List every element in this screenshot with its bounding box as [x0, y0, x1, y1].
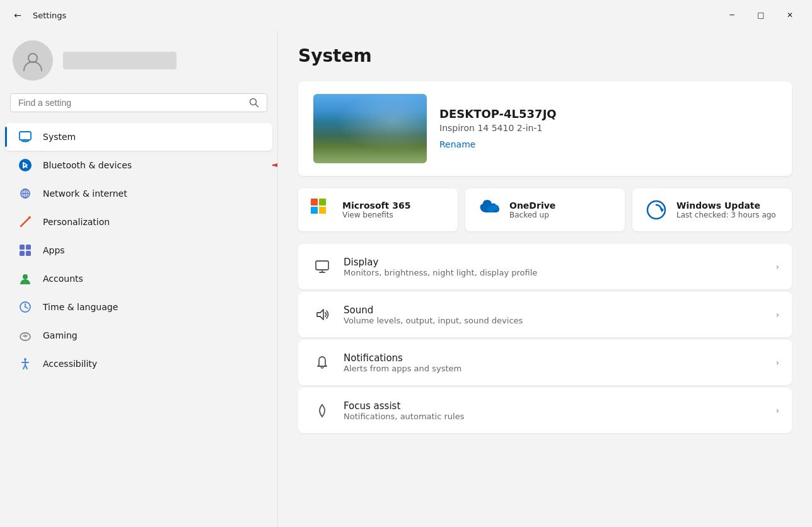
notifications-icon	[311, 351, 334, 374]
app-title: Settings	[33, 11, 66, 20]
svg-rect-13	[26, 245, 31, 250]
bluetooth-label: Bluetooth & devices	[43, 160, 132, 170]
quick-action-microsoft365[interactable]: Microsoft 365 View benefits	[298, 188, 458, 231]
user-profile[interactable]	[0, 30, 277, 93]
svg-point-11	[28, 216, 31, 219]
svg-rect-32	[316, 261, 328, 270]
quick-action-microsoft365-text: Microsoft 365 View benefits	[342, 200, 410, 219]
svg-rect-14	[20, 251, 25, 256]
sidebar-item-system[interactable]: System	[5, 123, 272, 151]
settings-row-notifications[interactable]: Notifications Alerts from apps and syste…	[298, 340, 792, 385]
content-area: System DESKTOP-4L537JQ Inspiron 14 5410 …	[278, 30, 812, 527]
settings-row-sound[interactable]: Sound Volume levels, output, input, soun…	[298, 292, 792, 337]
display-title: Display	[344, 257, 765, 268]
sidebar-item-network[interactable]: Network & internet	[5, 180, 272, 207]
quick-action-onedrive[interactable]: OneDrive Backed up	[465, 188, 625, 231]
back-button[interactable]: ←	[8, 5, 28, 25]
sidebar-item-accessibility[interactable]: Accessibility	[5, 350, 272, 378]
svg-rect-3	[20, 132, 31, 140]
svg-line-19	[25, 307, 28, 308]
user-name-placeholder	[63, 52, 177, 69]
system-label: System	[43, 132, 76, 142]
sound-text: Sound Volume levels, output, input, soun…	[344, 304, 765, 325]
personalization-icon	[18, 214, 33, 229]
quick-action-windowsupdate-text: Windows Update Last checked: 3 hours ago	[676, 200, 776, 219]
quick-action-onedrive-text: OneDrive Backed up	[509, 200, 555, 219]
windowsupdate-title: Windows Update	[676, 200, 776, 211]
personalization-label: Personalization	[43, 217, 110, 227]
app-body: System Bluetooth & devices	[0, 30, 812, 527]
device-model: Inspiron 14 5410 2-in-1	[439, 123, 777, 133]
focus-text: Focus assist Notifications, automatic ru…	[344, 400, 765, 421]
sidebar-item-personalization[interactable]: Personalization	[5, 208, 272, 236]
display-sub: Monitors, brightness, night light, displ…	[344, 268, 765, 277]
sidebar-item-gaming[interactable]: Gaming	[5, 321, 272, 349]
sidebar-item-bluetooth[interactable]: Bluetooth & devices	[5, 151, 272, 179]
red-arrow	[266, 153, 277, 178]
svg-rect-15	[26, 251, 31, 256]
windowsupdate-icon	[645, 199, 668, 221]
settings-list: Display Monitors, brightness, night ligh…	[298, 244, 792, 433]
notifications-chevron: ›	[775, 357, 779, 368]
focus-title: Focus assist	[344, 400, 765, 412]
svg-line-2	[256, 105, 258, 107]
notifications-sub: Alerts from apps and system	[344, 364, 765, 373]
notifications-text: Notifications Alerts from apps and syste…	[344, 352, 765, 373]
display-chevron: ›	[775, 262, 779, 272]
quick-action-windowsupdate[interactable]: Windows Update Last checked: 3 hours ago	[632, 188, 792, 231]
maximize-button[interactable]: □	[746, 5, 775, 25]
sound-chevron: ›	[775, 310, 779, 320]
device-card: DESKTOP-4L537JQ Inspiron 14 5410 2-in-1 …	[298, 81, 792, 176]
user-icon	[21, 49, 44, 72]
gaming-icon	[18, 328, 33, 343]
svg-marker-35	[317, 310, 323, 320]
sidebar-item-apps[interactable]: Apps	[5, 236, 272, 264]
settings-row-display[interactable]: Display Monitors, brightness, night ligh…	[298, 244, 792, 289]
device-thumbnail	[313, 94, 427, 163]
display-text: Display Monitors, brightness, night ligh…	[344, 257, 765, 277]
notifications-title: Notifications	[344, 352, 765, 364]
search-icon	[249, 98, 259, 108]
window-controls: ─ □ ✕	[717, 5, 804, 25]
svg-marker-31	[661, 207, 664, 212]
system-icon	[18, 129, 33, 144]
sidebar-nav: System Bluetooth & devices	[0, 122, 277, 378]
windowsupdate-sub: Last checked: 3 hours ago	[676, 211, 776, 219]
sidebar-item-accounts[interactable]: Accounts	[5, 265, 272, 292]
gaming-label: Gaming	[43, 330, 78, 340]
quick-actions: Microsoft 365 View benefits OneDrive Bac…	[298, 188, 792, 231]
bluetooth-icon	[18, 158, 33, 173]
svg-rect-12	[20, 245, 25, 250]
microsoft365-sub: View benefits	[342, 211, 410, 219]
apps-icon	[18, 243, 33, 258]
onedrive-sub: Backed up	[509, 211, 555, 219]
titlebar: ← Settings ─ □ ✕	[0, 0, 812, 30]
sound-title: Sound	[344, 304, 765, 316]
microsoft365-icon	[311, 199, 334, 221]
page-title: System	[298, 45, 792, 66]
svg-point-16	[23, 274, 28, 279]
search-container	[0, 93, 277, 122]
microsoft365-title: Microsoft 365	[342, 200, 410, 211]
close-button[interactable]: ✕	[775, 5, 804, 25]
minimize-button[interactable]: ─	[717, 5, 746, 25]
display-icon	[311, 255, 334, 278]
sound-icon	[311, 303, 334, 326]
accessibility-label: Accessibility	[43, 359, 97, 369]
settings-row-focus[interactable]: Focus assist Notifications, automatic ru…	[298, 388, 792, 433]
rename-link[interactable]: Rename	[439, 139, 475, 149]
focus-icon	[311, 399, 334, 422]
accounts-icon	[18, 271, 33, 286]
search-input[interactable]	[18, 98, 244, 108]
focus-sub: Notifications, automatic rules	[344, 412, 765, 421]
focus-chevron: ›	[775, 405, 779, 415]
svg-line-29	[25, 365, 27, 369]
svg-point-0	[28, 54, 37, 62]
avatar	[13, 40, 53, 81]
accounts-label: Accounts	[43, 274, 83, 284]
sidebar: System Bluetooth & devices	[0, 30, 277, 527]
network-icon	[18, 186, 33, 201]
sidebar-item-time[interactable]: Time & language	[5, 293, 272, 321]
accessibility-icon	[18, 356, 33, 371]
search-box[interactable]	[10, 93, 267, 112]
